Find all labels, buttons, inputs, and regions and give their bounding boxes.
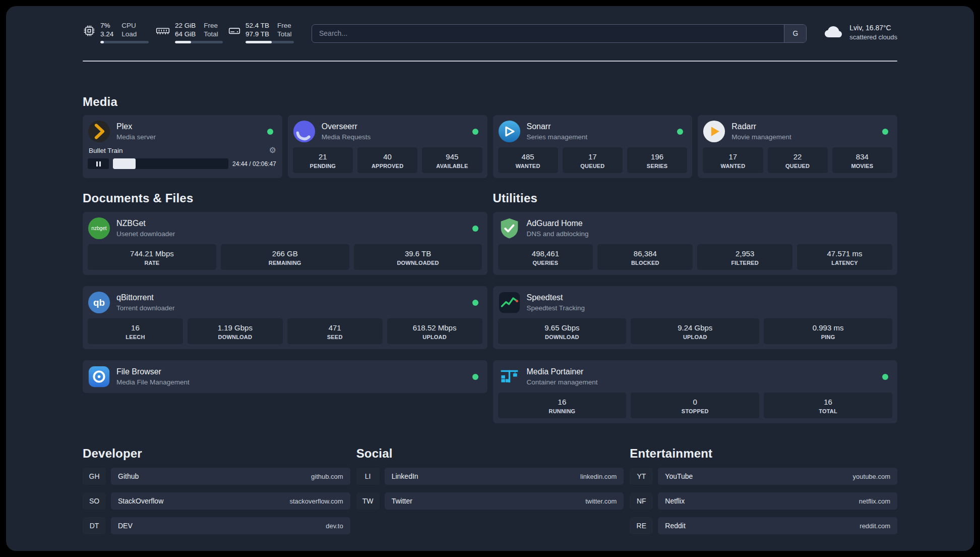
stat-value: 9.65 Gbps <box>500 323 625 332</box>
bookmark-twitter[interactable]: TW Twitter twitter.com <box>356 492 624 510</box>
memory-label-1: Free <box>204 21 218 30</box>
stat-tile: 40 APPROVED <box>357 147 417 173</box>
memory-label-2: Total <box>204 30 218 38</box>
section-title-media: Media <box>83 95 897 109</box>
service-card-filebrowser[interactable]: File Browser Media File Management <box>83 360 487 393</box>
adguard-icon <box>498 217 521 240</box>
stat-tile: 1.19 Gbps DOWNLOAD <box>188 318 283 344</box>
stat-value: 21 <box>295 152 351 161</box>
service-card-sonarr[interactable]: Sonarr Series management 485 WANTED 17 Q… <box>493 115 693 178</box>
service-card-plex[interactable]: Plex Media server Bullet Train ⚙ <box>83 115 282 178</box>
bookmark-github[interactable]: GH Github github.com <box>83 468 350 485</box>
stat-label: WANTED <box>500 163 556 169</box>
stat-tile: 834 MOVIES <box>832 147 892 173</box>
stat-value: 17 <box>705 152 761 161</box>
service-card-qbittorrent[interactable]: qb qBittorrent Torrent downloader 16 LEE… <box>83 286 487 349</box>
stat-value: 16 <box>766 397 890 407</box>
service-card-speedtest[interactable]: Speedtest Speedtest Tracking 9.65 Gbps D… <box>493 286 898 349</box>
bookmark-linkedin[interactable]: LI LinkedIn linkedin.com <box>356 468 624 485</box>
stat-value: 86,384 <box>599 249 691 258</box>
service-card-nzbget[interactable]: nzbget NZBGet Usenet downloader 744.21 M… <box>83 212 487 275</box>
bookmark-reddit[interactable]: RE Reddit reddit.com <box>630 517 897 534</box>
service-title: Sonarr <box>527 122 588 132</box>
stat-tile: 9.24 Gbps UPLOAD <box>631 318 759 344</box>
stat-label: QUEUED <box>565 163 621 169</box>
speedtest-icon <box>498 291 521 314</box>
plex-icon <box>88 120 110 143</box>
service-subtitle: Torrent downloader <box>116 304 175 312</box>
stat-label: STOPPED <box>633 408 757 414</box>
seek-bar[interactable] <box>113 158 228 169</box>
bookmark-stackoverflow[interactable]: SO StackOverflow stackoverflow.com <box>83 492 350 510</box>
stat-value: 498,461 <box>500 249 591 258</box>
stat-tile: 2,953 FILTERED <box>697 244 792 270</box>
media-card-grid: Plex Media server Bullet Train ⚙ <box>83 115 897 178</box>
stat-tile: 16 LEECH <box>88 318 183 344</box>
service-card-overseerr[interactable]: Overseerr Media Requests 21 PENDING 40 A… <box>288 115 487 178</box>
cpu-label-1: CPU <box>121 21 137 30</box>
bookmark-name: YouTube <box>665 472 693 480</box>
bookmark-youtube[interactable]: YT YouTube youtube.com <box>630 468 897 485</box>
weather-condition: scattered clouds <box>849 33 897 41</box>
bookmark-group-developer: Developer GH Github github.com SO StackO… <box>83 447 350 534</box>
status-dot <box>472 300 478 306</box>
bookmark-url: dev.to <box>326 522 343 530</box>
search-input[interactable] <box>312 25 784 42</box>
bookmark-name: LinkedIn <box>392 472 418 480</box>
stat-tile: 39.6 TB DOWNLOADED <box>354 244 482 270</box>
stat-value: 744.21 Mbps <box>90 249 214 258</box>
stat-label: WANTED <box>705 163 761 169</box>
service-card-radarr[interactable]: Radarr Movie management 17 WANTED 22 QUE… <box>698 115 897 178</box>
bookmark-abbr: TW <box>356 492 380 510</box>
stat-tile: 945 AVAILABLE <box>422 147 482 173</box>
cloud-icon <box>823 24 844 41</box>
service-subtitle: Media Requests <box>322 133 371 141</box>
cpu-label-2: Load <box>121 30 137 38</box>
seek-progress <box>113 158 136 169</box>
stat-value: 266 GB <box>223 249 347 258</box>
filebrowser-icon <box>88 365 110 388</box>
memory-widget: 22 GiB 64 GiB Free Total <box>155 21 223 43</box>
gear-icon[interactable]: ⚙ <box>269 146 276 154</box>
stat-tile: 17 WANTED <box>703 147 763 173</box>
disk-label-2: Total <box>277 30 292 38</box>
topbar-divider <box>83 61 897 62</box>
bookmark-dev[interactable]: DT DEV dev.to <box>83 517 350 534</box>
section-title-documents: Documents & Files <box>83 191 487 205</box>
stat-label: LATENCY <box>799 260 890 266</box>
bookmark-url: github.com <box>311 473 343 480</box>
service-title: NZBGet <box>116 218 175 229</box>
stat-label: BLOCKED <box>599 260 691 266</box>
stat-value: 16 <box>500 397 625 407</box>
status-dot <box>882 374 888 380</box>
weather-widget[interactable]: Lviv, 16.87°C scattered clouds <box>823 23 897 41</box>
bookmark-abbr: YT <box>630 468 653 485</box>
stat-value: 834 <box>834 152 890 161</box>
bookmark-netflix[interactable]: NF Netflix netflix.com <box>630 492 897 510</box>
nzbget-icon: nzbget <box>88 217 110 240</box>
stat-label: LEECH <box>90 334 181 340</box>
service-card-adguard[interactable]: AdGuard Home DNS and adblocking 498,461 … <box>493 212 898 275</box>
disk-total-value: 97.9 TB <box>246 30 269 38</box>
service-card-portainer[interactable]: Media Portainer Container management 16 … <box>493 360 898 423</box>
service-subtitle: Usenet downloader <box>116 230 175 238</box>
search-bar: G <box>312 24 807 43</box>
bookmark-url: twitter.com <box>585 497 617 505</box>
stat-value: 40 <box>359 152 415 161</box>
memory-free-value: 22 GiB <box>175 21 196 30</box>
search-provider-button[interactable]: G <box>784 25 806 42</box>
overseerr-icon <box>293 120 316 143</box>
service-subtitle: Series management <box>527 133 588 141</box>
status-dot <box>677 129 683 135</box>
service-title: Speedtest <box>527 293 585 303</box>
bookmark-name: Github <box>118 472 139 480</box>
section-title-entertainment: Entertainment <box>630 447 897 461</box>
pause-button[interactable] <box>88 158 109 169</box>
topbar: 7% 3.24 CPU Load <box>83 19 897 45</box>
service-title: Overseerr <box>322 122 371 132</box>
stat-tile: 86,384 BLOCKED <box>597 244 693 270</box>
stat-label: QUERIES <box>500 260 591 266</box>
service-subtitle: Media server <box>116 133 156 141</box>
bookmarks-section: Developer GH Github github.com SO StackO… <box>83 447 897 534</box>
radarr-icon <box>703 120 725 143</box>
